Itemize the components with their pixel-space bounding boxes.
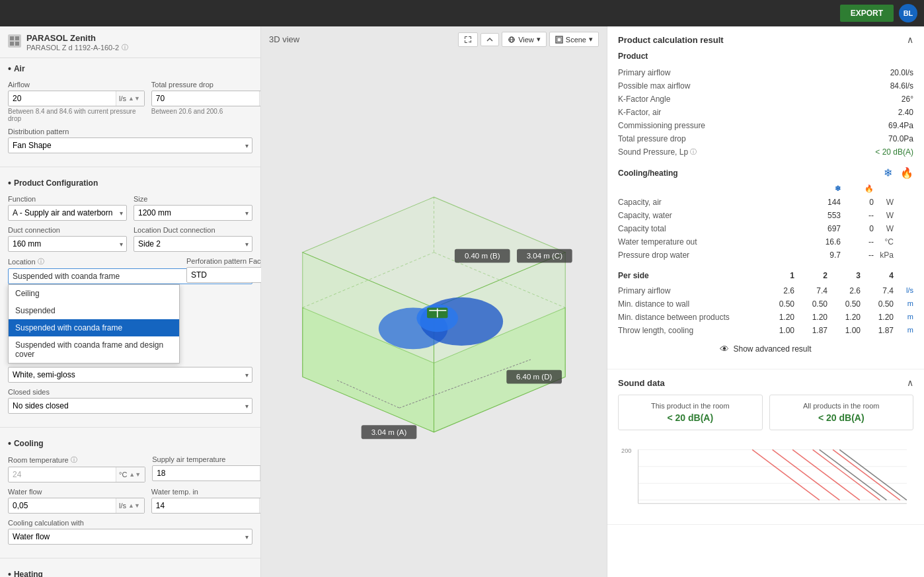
perforation-select[interactable]: STD: [186, 267, 261, 283]
label-a: 3.04 m (A): [371, 428, 407, 436]
cooling-room-info-icon[interactable]: ⓘ: [71, 455, 77, 465]
water-temp-in-field[interactable]: 14: [152, 498, 259, 513]
config-row1: Function A - Supply air and waterborne S…: [8, 195, 252, 221]
function-select[interactable]: A - Supply air and waterborne: [8, 205, 127, 221]
view-title: 3D view: [269, 34, 299, 44]
pressure-field[interactable]: 70: [152, 91, 259, 106]
user-avatar[interactable]: BL: [899, 4, 917, 22]
pressure-input[interactable]: 70 Pa ▲▼: [151, 91, 261, 106]
air-fields-row1: Airflow 20 l/s ▲▼ Between 8.4 and 84.6 w…: [8, 81, 252, 122]
show-advanced-button[interactable]: 👁 Show advanced result: [618, 337, 913, 361]
commissioning-value: 69.4Pa: [874, 121, 913, 130]
cooling-section: • Cooling Room temperature ⓘ 24 °C ▲▼: [0, 433, 260, 555]
heating-section-header[interactable]: • Heating: [8, 569, 252, 577]
ps-throw-unit[interactable]: m: [894, 326, 913, 335]
cooling-room-temp-input[interactable]: 24 °C ▲▼: [8, 467, 145, 482]
location-option-suspended[interactable]: Suspended: [9, 302, 179, 319]
pressure-drop-water-heat: --: [841, 250, 874, 260]
expand-button[interactable]: [458, 32, 478, 47]
right-panel: Product calculation result ∧ Product Pri…: [607, 26, 924, 577]
per-side-col1: 1: [761, 271, 794, 280]
capacity-water-unit: W: [874, 211, 894, 220]
airflow-hint: Between 8.4 and 84.6 with current pressu…: [8, 108, 145, 122]
ps-airflow-4: 7.4: [861, 286, 894, 295]
color-select[interactable]: White, semi-gloss: [8, 367, 252, 383]
water-flow-input[interactable]: 0,05 l/s ▲▼: [8, 498, 145, 514]
distribution-select[interactable]: Fan Shape: [8, 137, 252, 153]
closed-sides-label: Closed sides: [8, 388, 252, 396]
ps-airflow-3: 2.6: [828, 286, 861, 295]
view-controls: View ▾ Scene ▾: [458, 32, 599, 47]
ch-row-capacity-water: Capacity, water 553 -- W: [618, 209, 913, 222]
left-panel: PARASOL Zenith PARASOL Z d 1192-A-160-2 …: [0, 26, 261, 577]
product-info-icon[interactable]: ⓘ: [122, 43, 128, 52]
ps-min-wall-unit[interactable]: m: [894, 299, 913, 309]
result-section-title: Product calculation result: [618, 35, 724, 45]
product-title: PARASOL Zenith: [26, 33, 128, 43]
cooling-room-spinner[interactable]: ▲▼: [128, 470, 142, 479]
ps-min-products-unit[interactable]: m: [894, 313, 913, 322]
airflow-field[interactable]: 20: [9, 91, 116, 106]
calc-with-select[interactable]: Water flow: [8, 529, 252, 545]
view-dropdown-button[interactable]: View ▾: [502, 32, 547, 47]
svg-rect-8: [557, 38, 561, 42]
ps-min-products-3: 1.20: [828, 313, 861, 322]
water-flow-unit: l/s ▲▼: [116, 498, 144, 513]
expand-icon: [464, 36, 472, 44]
topbar: EXPORT BL: [0, 0, 924, 26]
location-info-icon[interactable]: ⓘ: [38, 257, 44, 266]
config-section-header[interactable]: • Product Configuration: [8, 178, 252, 188]
ps-row-throw: Throw length, cooling 1.00 1.87 1.00 1.8…: [618, 324, 913, 337]
all-products-label: All products in the room: [777, 402, 907, 410]
water-temp-in-input[interactable]: 14 °C ▲▼: [151, 498, 261, 514]
airflow-spinner[interactable]: ▲▼: [127, 94, 141, 103]
airflow-input[interactable]: 20 l/s ▲▼: [8, 91, 145, 106]
ps-min-wall-label: Min. distance to wall: [618, 299, 761, 309]
result-collapse-button[interactable]: ∧: [907, 34, 913, 45]
duct-group: Duct connection 160 mm: [8, 226, 127, 252]
per-side-header: Per side 1 2 3 4: [618, 271, 913, 280]
duct-select[interactable]: 160 mm: [8, 236, 127, 252]
size-select[interactable]: 1200 mm: [134, 205, 252, 221]
svg-rect-2: [10, 42, 14, 46]
closed-sides-select[interactable]: No sides closed: [8, 398, 252, 414]
water-flow-spinner[interactable]: ▲▼: [127, 501, 141, 510]
location-option-suspended-coanda-design[interactable]: Suspended with coanda frame and design c…: [9, 336, 179, 363]
cooling-supply-temp-input[interactable]: 18 °C ▲▼: [152, 465, 261, 481]
export-button[interactable]: EXPORT: [840, 5, 894, 22]
per-side-col3: 3: [828, 271, 861, 280]
per-side-col2: 2: [794, 271, 828, 280]
ps-min-products-label: Min. distance between products: [618, 313, 761, 322]
primary-airflow-value: 20.0l/s: [874, 68, 913, 77]
cooling-room-temp-unit: °C ▲▼: [116, 467, 145, 482]
perforation-select-wrapper: STD: [186, 267, 261, 283]
cooling-supply-temp-field[interactable]: 18: [153, 466, 260, 481]
capacity-water-cool: 553: [808, 211, 841, 220]
capacity-air-label: Capacity, air: [618, 198, 808, 207]
distribution-label: Distribution pattern: [8, 128, 252, 135]
collapse-3d-button[interactable]: [481, 33, 499, 46]
3d-view-area[interactable]: 3.04 m (A) 0.40 m (B) 3.04 m (C) 6.40 m …: [261, 52, 607, 577]
location-option-ceiling[interactable]: Ceiling: [9, 285, 179, 302]
per-side-col-unit: [894, 271, 913, 280]
ps-airflow-unit[interactable]: l/s: [894, 286, 913, 295]
cooling-room-temp-field[interactable]: 24: [9, 467, 116, 482]
total-pressure-value: 70.0Pa: [874, 134, 913, 143]
water-flow-field[interactable]: 0,05: [9, 498, 116, 513]
location-duct-select[interactable]: Side 2: [134, 236, 252, 252]
cooling-section-header[interactable]: • Cooling: [8, 438, 252, 449]
sound-pressure-info-icon[interactable]: ⓘ: [690, 147, 697, 157]
heating-title: Heating: [14, 570, 43, 577]
sound-collapse-button[interactable]: ∧: [907, 377, 913, 388]
config-bullet: •: [8, 178, 11, 188]
config-row5: Closed sides No sides closed: [8, 388, 252, 414]
view-header: 3D view: [261, 26, 607, 52]
view-icon: [508, 36, 516, 44]
air-section-header[interactable]: • Air: [8, 63, 252, 74]
function-select-wrapper: A - Supply air and waterborne: [8, 205, 127, 221]
scene-dropdown-button[interactable]: Scene ▾: [549, 32, 599, 47]
location-option-suspended-coanda[interactable]: Suspended with coanda frame: [9, 319, 179, 336]
commissioning-label: Commissioning pressure: [618, 121, 874, 130]
show-advanced-label: Show advanced result: [733, 344, 811, 354]
cooling-supply-temp-group: Supply air temperature 18 °C ▲▼: [152, 455, 261, 482]
